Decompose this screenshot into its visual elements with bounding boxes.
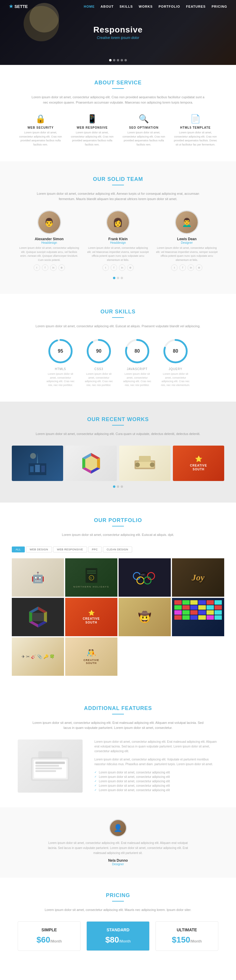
features-list: Lorem ipsum dolor sit amet, consectetur … <box>94 770 218 792</box>
hero-dot-4[interactable] <box>120 59 123 61</box>
hero-content: Responsive Creative lorem ipsum dolor <box>93 25 143 40</box>
skill-3-desc: Lorem ipsum dolor sit amet, consectetur … <box>122 372 152 387</box>
features-img-box <box>18 740 82 792</box>
hero-dot-1[interactable] <box>109 59 111 61</box>
features-divider <box>112 714 124 714</box>
feature-1-title: WEB SECURITY <box>18 126 63 129</box>
plan-ultimate-price: $150/Month <box>162 935 212 945</box>
skills-divider <box>112 317 124 318</box>
nav-home[interactable]: Home <box>84 5 95 8</box>
feature-list-item-1: Lorem ipsum dolor sit amet, consectetur … <box>94 770 218 775</box>
team-grid: 👨 Alexander Simon Headdesign Lorem ipsum… <box>18 210 218 271</box>
nav-portfolio[interactable]: Portfolio <box>159 5 180 8</box>
about-features: 🔒 WEB SECURITY Lorem ipsum dolor sit ame… <box>18 114 218 147</box>
member-3-role: Designer <box>155 241 218 244</box>
svg-marker-42 <box>29 621 38 627</box>
skill-circle-4: 80 <box>162 338 189 364</box>
skill-circle-3: 80 <box>124 338 150 364</box>
filter-web-design[interactable]: Web Design <box>26 547 52 552</box>
pricing-standard: Standard $80/Month <box>86 921 149 951</box>
hero-dot-5[interactable] <box>125 59 127 61</box>
svg-point-26 <box>135 462 140 467</box>
nav-works[interactable]: Works <box>139 5 152 8</box>
skills-section-label: OUR SKILLS <box>18 309 218 315</box>
team-dot-1[interactable] <box>113 277 116 279</box>
works-nav-dots <box>12 485 224 488</box>
features-text-2: Lorem ipsum dolor sit amet, consectetur … <box>94 757 218 767</box>
filter-web-responsive[interactable]: Web Responsive <box>53 547 87 552</box>
svg-marker-41 <box>44 612 47 622</box>
hero-dot-2[interactable] <box>113 59 116 61</box>
member-2-social: t f in ⊕ <box>86 264 149 271</box>
portfolio-item-4[interactable]: Joy <box>172 558 224 597</box>
member-1-desc: Lorem ipsum dolor sit amet, consectetur … <box>18 246 81 262</box>
filter-ppc[interactable]: PPC <box>88 547 102 552</box>
filter-clean-design[interactable]: Clean Design <box>103 547 132 552</box>
linkedin-icon-1[interactable]: in <box>50 264 57 271</box>
nav-features[interactable]: Features <box>186 5 206 8</box>
html5-icon: 📄 <box>173 114 218 124</box>
twitter-icon-3[interactable]: t <box>171 264 177 271</box>
twitter-icon-2[interactable]: t <box>102 264 109 271</box>
portfolio-item-3[interactable]: 404 <box>119 558 171 597</box>
nav-about[interactable]: About <box>101 5 114 8</box>
person-icon: 👤 <box>114 824 122 832</box>
about-feature-2: 📱 WEB RESPONSIVE Lorem ipsum dolor sit a… <box>69 114 115 147</box>
skill-4-label: jQuery <box>161 368 190 371</box>
team-description: Lorem ipsum dolor sit amet, consectetur … <box>30 191 206 202</box>
work-item-4[interactable]: ⭐ CREATIVESOUTH <box>173 445 224 481</box>
work-item-1[interactable] <box>12 445 63 481</box>
nav-skills[interactable]: Skills <box>119 5 133 8</box>
portfolio-item-1[interactable]: 🤖 <box>12 558 64 597</box>
portfolio-description: Lorem ipsum dolor sit amet, consectetur … <box>30 532 206 538</box>
avatar-2: 👩 <box>106 210 130 234</box>
portfolio-item-10[interactable]: 🤼 CREATIVESOUTH <box>65 637 117 676</box>
portfolio-item-6[interactable]: ⭐ CREATIVESOUTH <box>65 598 117 636</box>
plan-simple-name: Simple <box>24 928 74 932</box>
svg-rect-9 <box>30 466 33 472</box>
seo-icon: 🔍 <box>121 114 167 124</box>
works-dot-1[interactable] <box>113 485 116 488</box>
responsive-icon: 📱 <box>69 114 115 124</box>
linkedin-icon-3[interactable]: in <box>188 264 194 271</box>
work-item-2[interactable] <box>65 445 117 481</box>
skills-description: Lorem ipsum dolor sit amet, consectetur … <box>30 324 206 329</box>
works-divider <box>112 425 124 426</box>
portfolio-item-9[interactable]: ✈ ✂ 🎸 📎 🔑 🍀 <box>12 637 64 676</box>
hero-title: Responsive <box>93 25 143 35</box>
twitter-icon-1[interactable]: t <box>33 264 40 271</box>
svg-rect-52 <box>38 751 62 759</box>
rss-icon-2[interactable]: ⊕ <box>127 264 134 271</box>
feature-list-item-5: Lorem ipsum dolor sit amet, consectetur … <box>94 788 218 792</box>
portfolio-section: OUR PORTFOLIO Lorem ipsum dolor sit amet… <box>0 503 236 690</box>
about-divider <box>112 88 124 89</box>
team-dot-2[interactable] <box>117 277 119 279</box>
nav-pricing[interactable]: Pricing <box>212 5 227 8</box>
filter-all[interactable]: All <box>12 547 25 552</box>
portfolio-item-7[interactable]: 🤠 <box>119 598 171 636</box>
navigation: ★ SETTE Home About Skills Works Portfoli… <box>0 0 236 13</box>
portfolio-item-2[interactable]: N NORTHERN HOLIDAYS <box>65 558 117 597</box>
rss-icon-1[interactable]: ⊕ <box>59 264 65 271</box>
works-section: OUR RECENT WORKS Lorem ipsum dolor sit a… <box>0 402 236 503</box>
works-dot-2[interactable] <box>117 485 119 488</box>
svg-point-35 <box>144 577 151 584</box>
about-description: Lorem ipsum dolor sit amet, consectetur … <box>30 95 206 105</box>
works-dot-3[interactable] <box>120 485 123 488</box>
portfolio-item-8[interactable] <box>172 598 224 636</box>
svg-rect-25 <box>139 456 151 462</box>
facebook-icon-2[interactable]: f <box>111 264 117 271</box>
facebook-icon-3[interactable]: f <box>179 264 186 271</box>
facebook-icon-1[interactable]: f <box>42 264 48 271</box>
work-item-3[interactable] <box>119 445 171 481</box>
portfolio-item-5[interactable] <box>12 598 64 636</box>
rss-icon-3[interactable]: ⊕ <box>196 264 203 271</box>
hero-subtitle: Creative lorem ipsum dolor <box>93 36 143 40</box>
hero-dot-3[interactable] <box>117 59 119 61</box>
portfolio-filters: All Web Design Web Responsive PPC Clean … <box>12 547 224 552</box>
nav-links: Home About Skills Works Portfolio Featur… <box>84 5 227 8</box>
team-dot-3[interactable] <box>120 277 123 279</box>
member-2-role: Headdesign <box>86 241 149 244</box>
linkedin-icon-2[interactable]: in <box>119 264 125 271</box>
about-feature-4: 📄 HTML5 TEMPLATE Lorem ipsum dolor sit a… <box>173 114 218 147</box>
